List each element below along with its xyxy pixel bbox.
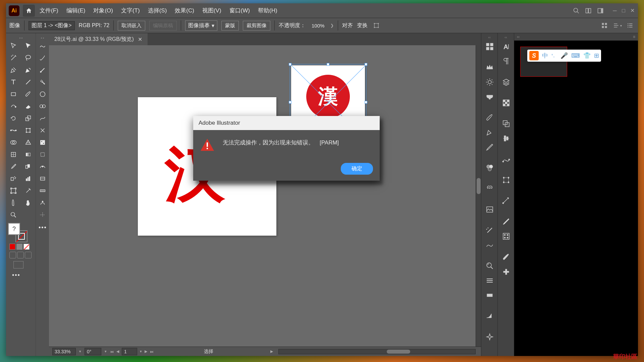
- color-swatch[interactable]: [9, 244, 15, 250]
- artboard-page-input[interactable]: [122, 348, 137, 355]
- panel-crown-icon[interactable]: [481, 60, 498, 75]
- mesh-tool[interactable]: [6, 148, 21, 161]
- scale-tool[interactable]: [21, 112, 36, 124]
- panel-pattern-icon[interactable]: [498, 229, 514, 244]
- draw-normal[interactable]: [9, 252, 16, 258]
- panel-image-icon[interactable]: [481, 202, 498, 217]
- selection-handle[interactable]: [365, 63, 367, 66]
- collapse-icon[interactable]: ‹‹: [517, 35, 520, 39]
- aux-edit-toolbar[interactable]: •••: [39, 224, 49, 231]
- panel-type-a-icon[interactable]: A: [498, 39, 514, 54]
- grid-icon[interactable]: [600, 21, 609, 30]
- hand-tool-2[interactable]: [21, 197, 36, 209]
- crop-button[interactable]: 裁剪图像: [243, 21, 270, 31]
- width-tool[interactable]: [6, 124, 21, 136]
- zoom-tool[interactable]: [6, 209, 21, 221]
- mask-button[interactable]: 蒙版: [221, 21, 239, 31]
- selection-handle[interactable]: [289, 101, 291, 104]
- pen-tool[interactable]: [6, 64, 21, 76]
- aux-tool-13[interactable]: [36, 185, 49, 197]
- rotate-input[interactable]: [85, 348, 101, 355]
- aux-tool-5[interactable]: [36, 88, 49, 100]
- ime-logo[interactable]: S: [529, 51, 539, 60]
- horizontal-scrollbar[interactable]: [278, 349, 476, 354]
- layer-info[interactable]: 图层 1 -> <图像>: [29, 21, 75, 30]
- prev-artboard-icon[interactable]: ◀: [116, 349, 119, 354]
- ime-grid-icon[interactable]: ⊞: [594, 52, 599, 59]
- first-artboard-icon[interactable]: ⏮: [110, 350, 114, 354]
- aux-tool-9[interactable]: [36, 136, 49, 148]
- ime-mic-icon[interactable]: 🎤: [560, 52, 568, 59]
- aux-tool-14[interactable]: [36, 197, 49, 209]
- panel-brush2-icon[interactable]: [498, 214, 514, 229]
- align-label[interactable]: 对齐: [342, 22, 353, 29]
- panel-sparkle-icon[interactable]: [481, 329, 498, 344]
- shaper-tool[interactable]: [6, 100, 21, 112]
- opacity-input[interactable]: [310, 23, 326, 28]
- hand-tool[interactable]: [6, 197, 21, 209]
- menu-file[interactable]: 文件(F): [36, 5, 62, 16]
- image-trace-dropdown[interactable]: 图像描摹▾: [185, 20, 217, 31]
- selection-tool[interactable]: [6, 40, 21, 52]
- maximize-button[interactable]: □: [621, 8, 627, 14]
- list-icon[interactable]: [625, 21, 635, 30]
- panel-brightness-icon[interactable]: [481, 75, 498, 89]
- rectangle-tool[interactable]: [6, 88, 21, 100]
- selection-handle[interactable]: [365, 101, 367, 104]
- magic-wand-tool[interactable]: [6, 52, 21, 64]
- panel-collapse-bar[interactable]: ‹‹ ≡: [514, 33, 638, 41]
- aux-tool-2[interactable]: [36, 52, 49, 64]
- panel-anvil-icon[interactable]: [481, 89, 498, 104]
- menu-help[interactable]: 帮助(H): [255, 5, 281, 16]
- minimize-button[interactable]: ─: [612, 8, 618, 14]
- navigator-panel[interactable]: S 中 °。 🎤 ⌨ 👕 ⊞: [514, 41, 638, 356]
- canvas[interactable]: 汉 漢 Adob: [49, 45, 481, 347]
- aux-tool-3[interactable]: [36, 64, 49, 76]
- aux-tool-6[interactable]: [36, 100, 49, 112]
- aux-tool-8[interactable]: [36, 124, 49, 136]
- selection-handle[interactable]: [289, 63, 291, 66]
- panel-brush-icon[interactable]: [481, 110, 498, 125]
- selection-handle[interactable]: [327, 63, 329, 66]
- draw-inside[interactable]: [25, 252, 32, 258]
- ime-lang-button[interactable]: 中: [542, 52, 548, 60]
- eraser-tool[interactable]: [21, 100, 36, 112]
- dialog-ok-button[interactable]: 确定: [341, 163, 373, 175]
- essentials-icon[interactable]: ▾: [612, 21, 622, 30]
- aux-tool-7[interactable]: [36, 112, 49, 124]
- panel-pen-icon[interactable]: [481, 125, 498, 140]
- panel-pathfinder-icon[interactable]: [498, 116, 514, 131]
- perspective-tool[interactable]: [21, 136, 36, 148]
- aux-tool-11[interactable]: [36, 161, 49, 173]
- gradient-swatch[interactable]: [16, 244, 22, 250]
- panel-transparency-icon[interactable]: [498, 96, 514, 110]
- artboard-tool[interactable]: [6, 185, 21, 197]
- direct-selection-tool[interactable]: [21, 40, 36, 52]
- curvature-tool[interactable]: [21, 64, 36, 76]
- panel-move-icon[interactable]: [498, 193, 514, 208]
- vertical-scrollbar[interactable]: [476, 45, 481, 347]
- panel-transform-icon[interactable]: [498, 173, 514, 187]
- panel-trim-icon[interactable]: [481, 288, 498, 303]
- last-artboard-icon[interactable]: ⏭: [150, 350, 154, 354]
- draw-behind[interactable]: [17, 252, 24, 258]
- shape-builder-tool[interactable]: [6, 136, 21, 148]
- none-swatch[interactable]: [23, 244, 30, 250]
- panel-fin-icon[interactable]: [481, 309, 498, 323]
- menu-effect[interactable]: 效果(C): [171, 5, 198, 16]
- zoom-dropdown-icon[interactable]: ▾: [79, 349, 81, 354]
- scrollbar-thumb[interactable]: [477, 178, 481, 194]
- document-tab[interactable]: 28汉号.ai @ 33.33 % (RGB/预览) ✕: [49, 33, 148, 45]
- rotate-tool[interactable]: [6, 112, 21, 124]
- status-menu-icon[interactable]: ▶: [270, 349, 273, 354]
- ime-keyboard-icon[interactable]: ⌨: [571, 52, 580, 59]
- aux-tool-1[interactable]: [36, 40, 49, 52]
- fill-stroke-control[interactable]: ?: [8, 223, 28, 242]
- transform-label[interactable]: 变换: [357, 22, 368, 29]
- menu-view[interactable]: 视图(V): [199, 5, 225, 16]
- panel-curves-icon[interactable]: [481, 238, 498, 252]
- aux-tool-15[interactable]: [36, 209, 49, 221]
- close-button[interactable]: ✕: [629, 8, 635, 14]
- graph-tool[interactable]: [21, 173, 36, 185]
- navigator-preview[interactable]: S 中 °。 🎤 ⌨ 👕 ⊞: [520, 47, 567, 77]
